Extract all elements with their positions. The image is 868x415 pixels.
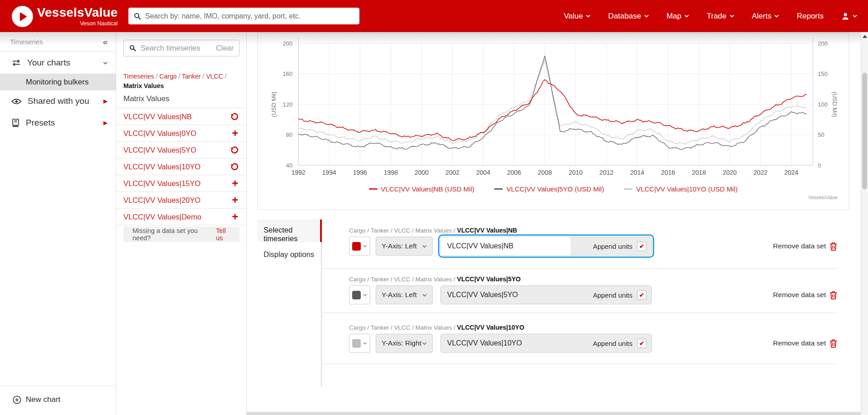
legend-label: VLCC|VV Values|5YO (USD Mil) (506, 185, 604, 193)
chevron-down-icon (730, 14, 734, 18)
add-icon[interactable]: + (232, 211, 238, 222)
breadcrumb-link[interactable]: VLCC (206, 73, 223, 80)
chevron-down-icon (586, 14, 590, 18)
plus-circle-icon (13, 396, 21, 404)
legend-label: VLCC|VV Values|NB (USD Mil) (381, 185, 475, 193)
list-item[interactable]: VLCC|VV Values|20YO+ (116, 192, 246, 209)
svg-text:150: 150 (818, 70, 828, 77)
chevron-down-icon (363, 245, 367, 247)
nav-trade[interactable]: Trade (707, 12, 734, 21)
nav-alerts[interactable]: Alerts (752, 12, 779, 21)
remove-dataset-button[interactable]: Remove data set (773, 291, 837, 299)
y-axis-select[interactable]: Y-Axis: Left (376, 237, 433, 256)
append-units-checkbox[interactable]: ✔ (637, 242, 646, 251)
eye-icon (11, 98, 22, 105)
collapse-sidebar-icon[interactable]: « (103, 37, 108, 46)
remove-dataset-button[interactable]: Remove data set (773, 339, 837, 348)
nav-reports[interactable]: Reports (797, 12, 824, 21)
sidebar-divider (0, 386, 116, 386)
page-bottom-strip (247, 412, 868, 415)
svg-text:2002: 2002 (445, 169, 459, 176)
add-icon[interactable]: + (232, 195, 238, 205)
svg-text:2010: 2010 (569, 169, 583, 176)
append-units-label: Append units (593, 242, 632, 250)
svg-text:40: 40 (286, 162, 292, 169)
legend-label: VLCC|VV Values|10YO (USD Mil) (636, 185, 737, 193)
tab-display-options[interactable]: Display options (257, 250, 320, 259)
nav-value[interactable]: Value (564, 12, 590, 21)
legend-item[interactable]: VLCC|VV Values|NB (USD Mil) (369, 185, 475, 193)
undo-icon[interactable] (231, 113, 238, 121)
series-name-group: Append units✔ (440, 334, 652, 353)
list-item[interactable]: VLCC|VV Values|10YO+ (116, 159, 246, 175)
y-axis-select[interactable]: Y-Axis: Right (376, 334, 433, 353)
row-divider (321, 268, 837, 269)
page-scrollbar[interactable] (861, 32, 868, 415)
clear-search-button[interactable]: Clear (216, 44, 234, 52)
color-picker-button[interactable] (349, 285, 370, 304)
vesselsvalue-logo[interactable]: VesselsValue Veson Nautical (12, 5, 118, 27)
global-search-input[interactable] (145, 12, 354, 20)
row-divider (321, 312, 837, 313)
nav-account[interactable] (841, 12, 857, 20)
scrollbar-thumb[interactable] (862, 73, 867, 189)
list-item[interactable]: VLCC|VV Values|15YO+ (116, 175, 246, 192)
svg-text:1994: 1994 (322, 169, 336, 176)
breadcrumb-link[interactable]: Cargo (160, 73, 177, 80)
user-icon (841, 12, 849, 20)
append-units-checkbox[interactable]: ✔ (637, 290, 646, 300)
dataset-row: Y-Axis: Left Append units✔ Remove data s… (338, 283, 837, 307)
scroll-up-arrow-icon[interactable] (863, 35, 867, 38)
sidebar-item-shared-with-you[interactable]: Shared with you ▶ (0, 90, 116, 112)
nav-database[interactable]: Database (608, 12, 649, 21)
nav-map[interactable]: Map (666, 12, 689, 21)
breadcrumb-link[interactable]: Tanker (182, 73, 201, 80)
y-axis-select[interactable]: Y-Axis: Left (376, 285, 433, 304)
global-search[interactable] (128, 8, 359, 24)
chevron-down-icon (363, 342, 367, 345)
chevron-down-icon[interactable] (103, 61, 108, 65)
series-name-input[interactable] (441, 237, 571, 255)
tell-us-link[interactable]: Tell us (216, 227, 234, 242)
add-icon[interactable]: + (232, 128, 238, 139)
undo-icon[interactable] (231, 163, 238, 171)
dataset-row: Y-Axis: Right Append units✔ Remove data … (338, 331, 837, 355)
svg-text:120: 120 (283, 101, 292, 108)
sidebar-item-your-charts[interactable]: Your charts (0, 52, 116, 74)
logo-subtitle: Veson Nautical (37, 20, 118, 27)
svg-text:100: 100 (818, 101, 828, 108)
legend-item[interactable]: VLCC|VV Values|10YO (USD Mil) (624, 185, 737, 193)
svg-text:2006: 2006 (507, 169, 521, 176)
append-units-checkbox[interactable]: ✔ (637, 339, 646, 348)
undo-icon[interactable] (231, 146, 238, 154)
timeseries-search[interactable]: Clear (123, 40, 240, 56)
color-picker-button[interactable] (349, 334, 370, 353)
sidebar-chart-monitoring-bulkers[interactable]: Monitoring bulkers (0, 74, 116, 90)
sidebar-item-presets[interactable]: Presets ▶ (0, 112, 116, 134)
series-name-input[interactable] (441, 286, 571, 304)
legend-item[interactable]: VLCC|VV Values|5YO (USD Mil) (494, 185, 604, 193)
list-item[interactable]: VLCC|VV Values|NB+ (116, 108, 246, 125)
tab-selected-timeseries[interactable]: Selected timeseries (257, 226, 320, 243)
series-name-input[interactable] (441, 334, 571, 352)
timeseries-search-input[interactable] (141, 44, 216, 52)
color-picker-button[interactable] (349, 237, 370, 256)
remove-dataset-button[interactable]: Remove data set (773, 242, 837, 251)
svg-text:80: 80 (286, 131, 292, 138)
svg-text:2022: 2022 (754, 169, 768, 176)
list-item[interactable]: VLCC|VV Values|5YO+ (116, 142, 246, 159)
search-icon (134, 13, 141, 20)
dataset-row: Y-Axis: Left Append units✔ Remove data s… (338, 234, 837, 258)
active-tab-indicator (320, 219, 322, 242)
sidebar-header-label: Timeseries (10, 38, 43, 46)
chevron-down-icon (644, 14, 649, 18)
list-item[interactable]: VLCC|VV Values|0YO+ (116, 125, 246, 142)
new-chart-button[interactable]: New chart (0, 395, 116, 415)
timeseries-chart[interactable]: 2001601208040200150100500199219941996199… (258, 33, 849, 210)
breadcrumb-link[interactable]: Timeseries (123, 73, 154, 80)
add-icon[interactable]: + (232, 178, 238, 189)
chevron-down-icon (684, 14, 689, 18)
list-item[interactable]: VLCC|VV Values|Demo+ (116, 209, 246, 225)
trash-icon (830, 339, 837, 348)
series-name-group: Append units✔ (440, 285, 652, 304)
